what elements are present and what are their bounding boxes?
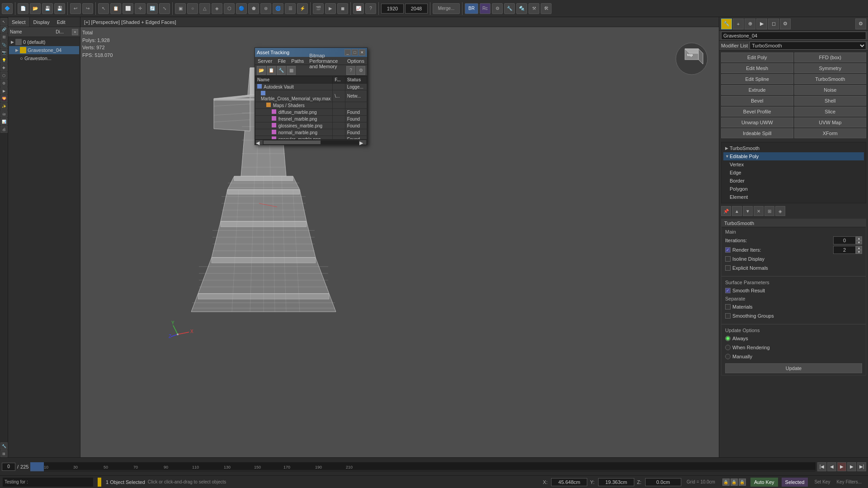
stack-element[interactable]: Element: [723, 193, 864, 201]
lock-z-icon[interactable]: 🔒: [739, 479, 746, 486]
irdeable-spill-button[interactable]: Irdeable Spill: [721, 128, 793, 138]
auto-key-button[interactable]: Auto Key: [750, 478, 778, 487]
open-file-icon[interactable]: 📂: [30, 3, 41, 14]
render-iters-checkbox[interactable]: ✓: [725, 247, 731, 253]
render-iters-up-btn[interactable]: ▲: [856, 246, 862, 250]
ls-link-icon[interactable]: 🔗: [0, 26, 8, 33]
tab-create-icon[interactable]: +: [733, 19, 744, 29]
undo-icon[interactable]: ↩: [70, 3, 81, 14]
materials-checkbox[interactable]: [725, 304, 731, 310]
asset-row-diffuse[interactable]: diffuse_marble.png Found: [255, 109, 367, 116]
isoline-checkbox[interactable]: [725, 256, 731, 262]
asset-menu-paths[interactable]: Paths: [288, 57, 307, 65]
tab-settings-icon[interactable]: ⚙: [855, 19, 866, 29]
tree-item-layer[interactable]: ▶ 0 (default): [9, 38, 79, 46]
stack-editable-poly[interactable]: ▼ Editable Poly: [723, 152, 864, 160]
tab-display-icon[interactable]: ◻: [768, 19, 779, 29]
frame-input[interactable]: [2, 463, 15, 471]
stack-move-up-icon[interactable]: ▲: [732, 206, 742, 216]
obj-type7-icon[interactable]: ⬟: [248, 3, 259, 14]
modifier-list-select[interactable]: TurboSmooth Editable Poly: [750, 42, 866, 50]
stack-move-down-icon[interactable]: ▼: [743, 206, 753, 216]
update-button[interactable]: Update: [725, 363, 862, 373]
lock-x-icon[interactable]: 🔒: [722, 479, 730, 486]
obj-type1-icon[interactable]: ▣: [175, 3, 186, 14]
explicit-normals-checkbox[interactable]: [725, 265, 731, 271]
asset-scrollbar[interactable]: ◀ ▶: [255, 139, 367, 145]
stack-delete-icon[interactable]: ✕: [754, 206, 764, 216]
ls-print-icon[interactable]: 🖨: [0, 126, 8, 133]
ffd-box-button[interactable]: FFD (box): [794, 52, 867, 62]
x-coord-input[interactable]: [551, 478, 587, 486]
rc-icon[interactable]: Rc: [480, 3, 491, 14]
redo-icon[interactable]: ↪: [82, 3, 93, 14]
stack-show-end-icon[interactable]: ⊞: [764, 206, 774, 216]
obj-type3-icon[interactable]: △: [199, 3, 210, 14]
bevel-button[interactable]: Bevel: [721, 96, 793, 106]
ls-camera-icon[interactable]: 📷: [0, 49, 8, 56]
scale-icon[interactable]: ⤡: [159, 3, 170, 14]
obj-type9-icon[interactable]: 🌀: [273, 3, 283, 14]
stack-make-unique-icon[interactable]: ◈: [775, 206, 785, 216]
tab-modify-icon[interactable]: 🔧: [721, 19, 732, 29]
smooth-result-checkbox[interactable]: ✓: [725, 288, 731, 293]
ls-bind-icon[interactable]: 📎: [0, 41, 8, 48]
track-view-icon[interactable]: 📈: [353, 3, 364, 14]
z-coord-input[interactable]: [645, 478, 681, 486]
asset-menu-server[interactable]: Server: [255, 57, 275, 65]
scene-close-button[interactable]: ×: [72, 29, 78, 35]
tools4-icon[interactable]: ⚒: [528, 3, 539, 14]
viewport-canvas[interactable]: Total Polys: 1,928 Verts: 972 FPS: 518.0…: [80, 27, 719, 457]
set-key-label[interactable]: Set Key: [814, 479, 830, 484]
asset-row-normal[interactable]: normal_marble.png Found: [255, 129, 367, 136]
asset-row-glossines[interactable]: glossines_marble.png Found: [255, 122, 367, 129]
asset-row-maps[interactable]: Maps / Shaders: [255, 102, 367, 109]
render-icon[interactable]: ▶: [325, 3, 336, 14]
edit-tab[interactable]: Edit: [53, 17, 69, 27]
ls-utilities-icon[interactable]: 🔧: [0, 442, 8, 450]
asset-menu-bitmap[interactable]: Bitmap Performance and Memory: [307, 57, 344, 65]
asset-row-specular[interactable]: specular_marble.png Found: [255, 136, 367, 140]
iterations-input[interactable]: [833, 236, 856, 244]
rb-icon[interactable]: BR: [465, 3, 478, 14]
tools3-icon[interactable]: 🔩: [516, 3, 527, 14]
unwrap-uww-button[interactable]: Unwrap UWW: [721, 117, 793, 127]
object-name-input[interactable]: [721, 32, 866, 40]
asset-row-fresnel[interactable]: fresnel_marble.png Found: [255, 116, 367, 122]
obj-type5-icon[interactable]: ⬡: [224, 3, 235, 14]
ls-select-icon[interactable]: ↖: [0, 18, 8, 25]
render-width-input[interactable]: 1920: [381, 4, 404, 14]
asset-row-maxfile[interactable]: Marble_Cross_Memorial_vray.max \... Netw…: [255, 90, 367, 102]
new-file-icon[interactable]: 📄: [18, 3, 28, 14]
tab-utilities-icon[interactable]: ⚙: [780, 19, 791, 29]
iterations-down-btn[interactable]: ▼: [856, 240, 862, 244]
edit-mesh-button[interactable]: Edit Mesh: [721, 63, 793, 73]
tools1-icon[interactable]: ⚙: [492, 3, 503, 14]
extrude-button[interactable]: Extrude: [721, 85, 793, 95]
obj-type2-icon[interactable]: ○: [187, 3, 198, 14]
tab-motion-icon[interactable]: ▶: [756, 19, 767, 29]
stack-pin-icon[interactable]: 📌: [721, 206, 731, 216]
tree-item-mesh[interactable]: ○ Graveston...: [9, 54, 79, 62]
selected-label[interactable]: Selected: [782, 478, 808, 487]
step-back-btn[interactable]: ◀: [827, 462, 836, 471]
edit-spline-button[interactable]: Edit Spline: [721, 74, 793, 84]
tools2-icon[interactable]: 🔧: [504, 3, 515, 14]
turbosmooth-button[interactable]: TurboSmooth: [794, 74, 867, 84]
render-iters-down-btn[interactable]: ▼: [856, 250, 862, 254]
obj-type4-icon[interactable]: ◈: [212, 3, 222, 14]
select-tab[interactable]: Select: [8, 17, 30, 27]
stack-border[interactable]: Border: [723, 177, 864, 185]
iterations-up-btn[interactable]: ▲: [856, 236, 862, 240]
tab-hierarchy-icon[interactable]: ⊕: [745, 19, 755, 29]
viewport-gizmo[interactable]: top: [674, 41, 710, 77]
ls-system-icon[interactable]: ⚙: [0, 80, 8, 87]
prev-frame-btn[interactable]: |◀: [817, 462, 826, 471]
ls-render-icon[interactable]: ▶: [0, 87, 8, 94]
timeline-track[interactable]: 10 30 50 70 90 110 130 150 170 190 210: [30, 462, 816, 471]
asset-maximize-button[interactable]: □: [352, 49, 358, 56]
ls-helper-icon[interactable]: ✚: [0, 64, 8, 71]
ls-environment-icon[interactable]: 🌄: [0, 95, 8, 102]
scrollbar-thumb[interactable]: [264, 141, 321, 144]
save-file-icon[interactable]: 💾: [42, 3, 53, 14]
